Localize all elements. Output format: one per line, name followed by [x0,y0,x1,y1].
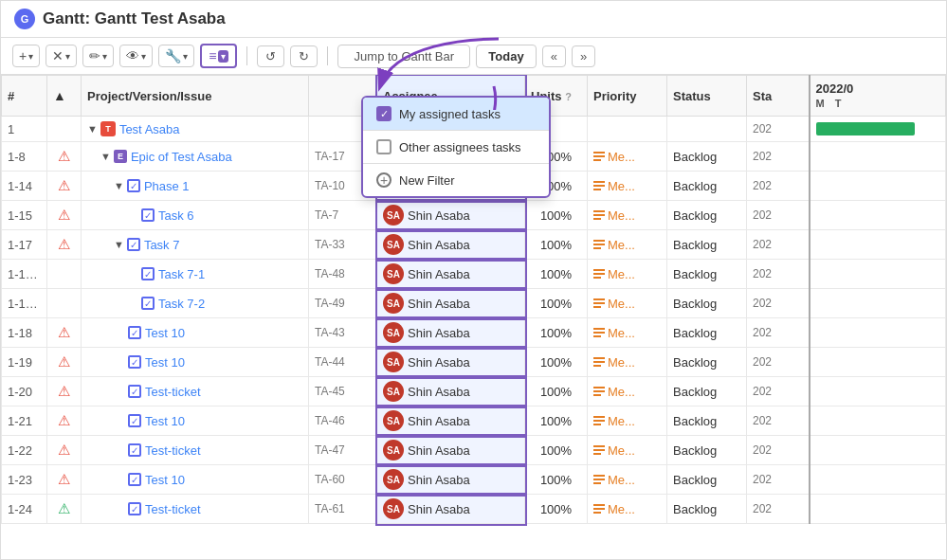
table-row[interactable]: 1-20⚠ ✓ Test-ticket TA-45 SA Shin Asaba … [2,377,946,406]
task-name-link[interactable]: Test-ticket [145,443,201,458]
task-name-link[interactable]: Task 6 [158,208,194,223]
cell-name[interactable]: ✓ Test-ticket [82,495,309,524]
priority-badge: Me... [593,267,661,281]
priority-label: Me... [608,179,635,193]
cell-status: Backlog [667,201,747,230]
filter-button[interactable]: ≡ ▾ [200,44,237,68]
assignee-name: Shin Asaba [408,414,470,428]
task-name-link[interactable]: Test 10 [145,326,185,340]
task-name-link[interactable]: Test 10 [145,414,185,428]
jump-to-gantt-button[interactable]: Jump to Gantt Bar [337,45,470,68]
undo-button[interactable]: ↺ [257,45,284,67]
avatar: SA [383,263,404,284]
cell-gantt [810,495,946,524]
cell-warning: ⚠ [47,172,82,201]
table-row[interactable]: 1-17-2 ✓ Task 7-2 TA-49 SA Shin Asaba 10… [2,289,946,318]
edit-button[interactable]: ✏ ▾ [82,45,114,67]
table-row[interactable]: 1-24⚠ ✓ Test-ticket TA-61 SA Shin Asaba … [2,495,946,524]
toolbar-separator [246,46,247,65]
filter-item-new-filter[interactable]: + New Filter [363,164,549,196]
cell-assignee: SA Shin Asaba [377,260,525,289]
cell-name[interactable]: ▼ E Epic of Test Asaba [82,142,309,172]
cell-name[interactable]: ▼ ✓ Phase 1 [82,172,309,201]
task-checkbox-icon: ✓ [128,326,141,339]
cell-priority: Me... [588,289,667,318]
priority-label: Me... [608,326,635,340]
cell-sta: 202 [747,260,810,289]
avatar: SA [383,293,404,314]
cell-name[interactable]: ✓ Test 10 [82,318,309,348]
avatar: SA [383,322,404,343]
redo-button[interactable]: ↻ [290,45,318,67]
priority-lines-icon [593,269,605,279]
cell-name[interactable]: ▼ ✓ Task 7 [82,230,309,260]
task-name-link[interactable]: Task 7 [144,238,180,252]
priority-badge: Me... [593,473,661,487]
avatar: SA [383,498,404,519]
priority-badge: Me... [593,179,661,193]
cell-gantt [810,172,946,201]
cell-name[interactable]: ✓ Test-ticket [82,377,309,406]
cell-id: TA-48 [309,260,377,289]
task-name-link[interactable]: Test 10 [145,355,185,370]
cell-status: Backlog [667,142,747,172]
cell-sta: 202 [747,495,810,524]
task-name-link[interactable]: Test-ticket [145,385,201,399]
filter-item-other-tasks[interactable]: Other assignees tasks [363,131,549,164]
task-checkbox-icon: ✓ [128,355,141,369]
cell-id: TA-44 [309,348,377,377]
cell-id: TA-7 [309,201,377,230]
priority-badge: Me... [593,208,661,223]
task-name-link[interactable]: Task 7-1 [158,267,205,281]
task-name-link[interactable]: Epic of Test Asaba [131,150,232,164]
cell-warning: ⚠ [47,465,82,495]
cell-name[interactable]: ✓ Task 6 [82,201,309,230]
priority-lines-icon [593,416,605,425]
table-row[interactable]: 1-17⚠ ▼ ✓ Task 7 TA-33 SA Shin Asaba 100… [2,230,946,260]
avatar: SA [383,352,404,372]
task-name-link[interactable]: Test 10 [145,473,185,487]
add-button[interactable]: + ▾ [12,45,40,67]
cell-status: Backlog [667,348,747,377]
task-name-link[interactable]: Task 7-2 [158,297,205,311]
table-row[interactable]: 1-15⚠ ✓ Task 6 TA-7 SA Shin Asaba 100% M… [2,201,946,230]
delete-button[interactable]: ✕ ▾ [46,45,77,67]
priority-badge: Me... [593,355,661,370]
cell-id: TA-46 [309,406,377,436]
add-chevron: ▾ [28,51,33,62]
cell-num: 1-17-2 [2,289,47,318]
settings-button[interactable]: 🔧 ▾ [158,45,194,67]
next-button[interactable]: » [572,45,595,67]
cell-name[interactable]: ▼ T Test Asaba [82,117,309,142]
cell-name[interactable]: ✓ Task 7-1 [82,260,309,289]
cell-name[interactable]: ✓ Test-ticket [82,436,309,465]
assignee-name: Shin Asaba [408,502,470,516]
cell-status: Backlog [667,495,747,524]
table-row[interactable]: 1-21⚠ ✓ Test 10 TA-46 SA Shin Asaba 100%… [2,406,946,436]
cell-status: Backlog [667,230,747,260]
assignee-cell: SA Shin Asaba [383,440,519,461]
warning-icon: ⚠ [58,148,70,164]
table-row[interactable]: 1-23⚠ ✓ Test 10 TA-60 SA Shin Asaba 100%… [2,465,946,495]
cell-name[interactable]: ✓ Test 10 [82,406,309,436]
cell-name[interactable]: ✓ Task 7-2 [82,289,309,318]
priority-label: Me... [608,208,635,223]
edit-chevron: ▾ [102,51,107,62]
table-row[interactable]: 1-22⚠ ✓ Test-ticket TA-47 SA Shin Asaba … [2,436,946,465]
assignee-cell: SA Shin Asaba [383,352,519,372]
task-name-link[interactable]: Test-ticket [145,502,201,516]
prev-button[interactable]: « [542,45,566,67]
table-row[interactable]: 1-18⚠ ✓ Test 10 TA-43 SA Shin Asaba 100%… [2,318,946,348]
view-button[interactable]: 👁 ▾ [119,45,153,67]
cell-id: TA-60 [309,465,377,495]
cell-name[interactable]: ✓ Test 10 [82,348,309,377]
priority-label: Me... [608,414,635,428]
filter-item-my-tasks[interactable]: ✓ My assigned tasks [363,98,549,131]
today-button[interactable]: Today [476,45,536,68]
cell-sta: 202 [747,377,810,406]
table-row[interactable]: 1-19⚠ ✓ Test 10 TA-44 SA Shin Asaba 100%… [2,348,946,377]
task-name-link[interactable]: Phase 1 [144,179,190,193]
cell-name[interactable]: ✓ Test 10 [82,465,309,495]
table-row[interactable]: 1-17-1 ✓ Task 7-1 TA-48 SA Shin Asaba 10… [2,260,946,289]
task-name-link[interactable]: Test Asaba [119,122,180,136]
